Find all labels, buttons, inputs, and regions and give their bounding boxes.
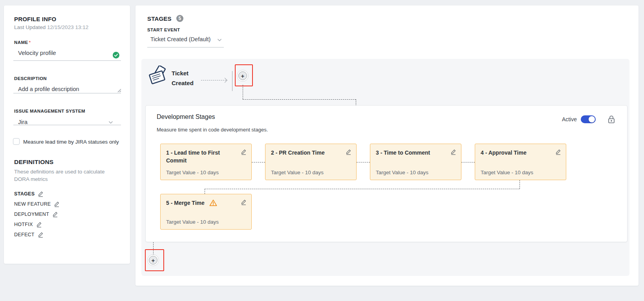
resize-handle-icon[interactable] — [117, 88, 121, 93]
edit-icon[interactable] — [241, 199, 247, 205]
flow-arrow — [201, 80, 226, 80]
required-mark: * — [29, 40, 31, 45]
stage-card-3[interactable]: 3 - Time to Comment Target Value - 10 da… — [370, 144, 461, 180]
connector — [356, 99, 356, 106]
chevron-down-icon[interactable] — [108, 121, 113, 124]
edit-icon[interactable] — [38, 191, 44, 197]
connector — [243, 99, 356, 100]
definition-deployment[interactable]: DEPLOYMENT — [14, 211, 58, 217]
stage-card-1[interactable]: 1 - Lead time to First Commit Target Val… — [160, 144, 252, 180]
development-stages-group: Development Stages Measure time spent in… — [145, 105, 628, 242]
stages-count-badge: 5 — [176, 15, 183, 22]
chevron-down-icon[interactable] — [217, 38, 222, 42]
name-underline — [13, 60, 121, 61]
profile-info-title: PROFILE INFO — [14, 16, 56, 22]
name-label: NAME* — [14, 40, 31, 45]
jira-statuses-checkbox-label[interactable]: Measure lead time by JIRA statuses only — [23, 139, 119, 145]
edit-icon[interactable] — [36, 221, 42, 228]
connector — [205, 189, 205, 194]
start-event-underline — [147, 47, 224, 47]
add-stage-button-bottom[interactable]: + — [147, 254, 159, 266]
plus-icon: + — [149, 256, 157, 265]
connector — [205, 189, 520, 189]
edit-icon[interactable] — [346, 149, 351, 155]
edit-icon[interactable] — [52, 211, 58, 217]
stage-card-5[interactable]: 5 - Merge Time Target Value - 10 days — [160, 194, 252, 230]
ims-label: ISSUE MANAGEMENT SYSTEM — [14, 109, 85, 113]
start-node-label: Ticket Created — [172, 68, 205, 88]
description-input[interactable]: Add a profile description — [18, 86, 79, 92]
definition-hotfix[interactable]: HOTFIX — [14, 221, 42, 228]
start-event-label: START EVENT — [147, 27, 180, 32]
last-updated-value: 12/15/2023 13:12 — [47, 24, 88, 30]
last-updated: Last Updated 12/15/2023 13:12 — [14, 24, 88, 30]
edit-icon[interactable] — [54, 201, 60, 207]
jira-statuses-checkbox[interactable] — [13, 138, 20, 145]
definitions-description: These definitions are used to calculate … — [14, 168, 113, 183]
add-stage-button-top[interactable]: + — [237, 70, 249, 82]
definition-new-feature[interactable]: NEW FEATURE — [14, 201, 60, 207]
description-underline — [13, 93, 121, 93]
group-title: Development Stages — [157, 113, 215, 120]
edit-icon[interactable] — [450, 149, 456, 155]
edit-icon[interactable] — [555, 149, 561, 155]
stage-card-4[interactable]: 4 - Approval Time Target Value - 10 days — [475, 144, 566, 180]
stage-card-2[interactable]: 2 - PR Creation Time Target Value - 10 d… — [265, 144, 357, 180]
connector — [461, 162, 475, 162]
stages-flow-canvas: Ticket Created + Development Stages Meas… — [141, 59, 629, 276]
definitions-title: DEFINITIONS — [14, 159, 53, 166]
connector — [243, 85, 243, 99]
group-subtitle: Measure time spent in code development s… — [157, 127, 268, 133]
ims-select[interactable]: Jira — [18, 119, 27, 125]
edit-icon[interactable] — [241, 149, 247, 155]
name-valid-check-icon — [113, 52, 119, 58]
definition-stages[interactable]: STAGES — [14, 191, 44, 197]
connector — [252, 162, 265, 162]
connector — [520, 180, 520, 189]
active-toggle[interactable] — [581, 115, 596, 123]
plus-icon: + — [238, 71, 247, 80]
stages-panel: STAGES 5 START EVENT Ticket Created (Def… — [135, 5, 639, 286]
description-label: DESCRIPTION — [14, 76, 47, 81]
stages-title: STAGES — [147, 15, 172, 22]
name-input[interactable]: Velocity profile — [18, 49, 56, 56]
connector — [357, 162, 370, 162]
start-event-select[interactable]: Ticket Created (Default) — [150, 36, 210, 42]
warning-icon — [209, 199, 217, 206]
lock-icon[interactable] — [607, 115, 615, 124]
flow-separator-line — [232, 71, 232, 91]
edit-icon[interactable] — [38, 232, 44, 238]
ims-underline — [13, 125, 121, 125]
profile-info-panel: PROFILE INFO Last Updated 12/15/2023 13:… — [4, 5, 130, 264]
active-label: Active — [562, 116, 577, 122]
tickets-icon — [148, 66, 168, 88]
definition-defect[interactable]: DEFECT — [14, 232, 44, 238]
toggle-knob — [589, 116, 595, 122]
